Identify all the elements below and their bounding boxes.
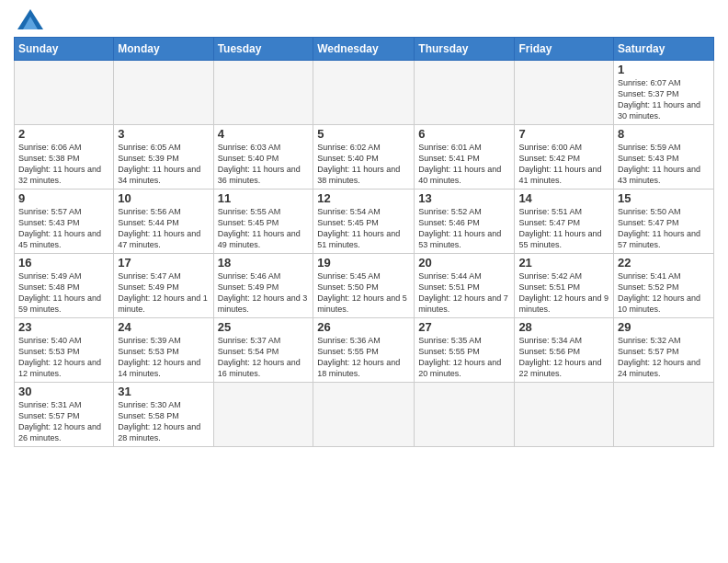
day-info: Sunrise: 6:05 AM Sunset: 5:39 PM Dayligh… [118, 142, 209, 187]
day-number: 28 [518, 320, 609, 334]
calendar-cell [313, 383, 415, 447]
day-info: Sunrise: 6:00 AM Sunset: 5:42 PM Dayligh… [518, 142, 609, 187]
day-number: 8 [618, 127, 710, 141]
calendar-week-5: 23Sunrise: 5:40 AM Sunset: 5:53 PM Dayli… [15, 318, 714, 383]
calendar-cell: 7Sunrise: 6:00 AM Sunset: 5:42 PM Daylig… [515, 125, 614, 190]
day-number: 13 [418, 191, 510, 205]
calendar-cell: 12Sunrise: 5:54 AM Sunset: 5:45 PM Dayli… [313, 190, 415, 254]
day-info: Sunrise: 6:02 AM Sunset: 5:40 PM Dayligh… [317, 142, 410, 187]
calendar-cell: 14Sunrise: 5:51 AM Sunset: 5:47 PM Dayli… [515, 190, 614, 254]
calendar-header-row: SundayMondayTuesdayWednesdayThursdayFrid… [15, 38, 714, 61]
day-info: Sunrise: 5:56 AM Sunset: 5:44 PM Dayligh… [118, 206, 209, 251]
day-number: 4 [218, 127, 310, 141]
calendar-cell: 28Sunrise: 5:34 AM Sunset: 5:56 PM Dayli… [515, 318, 614, 383]
calendar-cell [515, 61, 614, 125]
calendar-cell: 31Sunrise: 5:30 AM Sunset: 5:58 PM Dayli… [114, 383, 213, 447]
day-number: 26 [317, 320, 410, 334]
calendar-cell: 13Sunrise: 5:52 AM Sunset: 5:46 PM Dayli… [415, 190, 515, 254]
day-info: Sunrise: 5:52 AM Sunset: 5:46 PM Dayligh… [418, 206, 510, 251]
header [14, 9, 714, 29]
day-info: Sunrise: 5:55 AM Sunset: 5:45 PM Dayligh… [218, 206, 310, 251]
header-tuesday: Tuesday [213, 38, 313, 61]
day-info: Sunrise: 5:47 AM Sunset: 5:49 PM Dayligh… [118, 270, 209, 316]
calendar-cell [213, 383, 313, 447]
day-number: 1 [618, 63, 710, 76]
calendar-cell: 17Sunrise: 5:47 AM Sunset: 5:49 PM Dayli… [114, 254, 213, 318]
day-info: Sunrise: 6:07 AM Sunset: 5:37 PM Dayligh… [618, 77, 710, 122]
day-number: 12 [317, 191, 410, 205]
logo-icon [17, 9, 43, 29]
day-number: 31 [118, 385, 209, 398]
calendar-cell: 16Sunrise: 5:49 AM Sunset: 5:48 PM Dayli… [15, 254, 114, 318]
calendar-cell: 20Sunrise: 5:44 AM Sunset: 5:51 PM Dayli… [415, 254, 515, 318]
day-number: 15 [618, 191, 710, 205]
logo [14, 9, 43, 29]
header-wednesday: Wednesday [313, 38, 415, 61]
day-info: Sunrise: 5:41 AM Sunset: 5:52 PM Dayligh… [618, 270, 710, 316]
day-info: Sunrise: 5:46 AM Sunset: 5:49 PM Dayligh… [218, 270, 310, 316]
day-info: Sunrise: 5:32 AM Sunset: 5:57 PM Dayligh… [618, 335, 710, 380]
calendar-cell: 10Sunrise: 5:56 AM Sunset: 5:44 PM Dayli… [114, 190, 213, 254]
calendar-cell: 30Sunrise: 5:31 AM Sunset: 5:57 PM Dayli… [15, 383, 114, 447]
calendar-cell: 24Sunrise: 5:39 AM Sunset: 5:53 PM Dayli… [114, 318, 213, 383]
calendar-cell [114, 61, 213, 125]
day-info: Sunrise: 5:44 AM Sunset: 5:51 PM Dayligh… [418, 270, 510, 316]
day-number: 24 [118, 320, 209, 334]
day-info: Sunrise: 5:37 AM Sunset: 5:54 PM Dayligh… [218, 335, 310, 380]
day-number: 16 [18, 256, 109, 270]
calendar-cell [515, 383, 614, 447]
day-number: 5 [317, 127, 410, 141]
calendar-cell: 11Sunrise: 5:55 AM Sunset: 5:45 PM Dayli… [213, 190, 313, 254]
calendar-cell: 23Sunrise: 5:40 AM Sunset: 5:53 PM Dayli… [15, 318, 114, 383]
day-number: 27 [418, 320, 510, 334]
day-number: 2 [18, 127, 109, 141]
calendar-cell [415, 61, 515, 125]
calendar-cell: 21Sunrise: 5:42 AM Sunset: 5:51 PM Dayli… [515, 254, 614, 318]
day-number: 19 [317, 256, 410, 270]
calendar-cell [614, 383, 714, 447]
calendar-cell: 8Sunrise: 5:59 AM Sunset: 5:43 PM Daylig… [614, 125, 714, 190]
day-info: Sunrise: 6:01 AM Sunset: 5:41 PM Dayligh… [418, 142, 510, 187]
day-number: 18 [218, 256, 310, 270]
day-info: Sunrise: 5:35 AM Sunset: 5:55 PM Dayligh… [418, 335, 510, 380]
header-saturday: Saturday [614, 38, 714, 61]
header-friday: Friday [515, 38, 614, 61]
calendar-cell [415, 383, 515, 447]
calendar-cell: 27Sunrise: 5:35 AM Sunset: 5:55 PM Dayli… [415, 318, 515, 383]
calendar-cell [15, 61, 114, 125]
calendar-cell: 1Sunrise: 6:07 AM Sunset: 5:37 PM Daylig… [614, 61, 714, 125]
day-number: 30 [18, 385, 109, 398]
day-number: 11 [218, 191, 310, 205]
day-number: 3 [118, 127, 209, 141]
day-number: 29 [618, 320, 710, 334]
day-info: Sunrise: 5:30 AM Sunset: 5:58 PM Dayligh… [118, 399, 209, 444]
day-number: 14 [518, 191, 609, 205]
calendar-cell: 26Sunrise: 5:36 AM Sunset: 5:55 PM Dayli… [313, 318, 415, 383]
calendar-cell: 25Sunrise: 5:37 AM Sunset: 5:54 PM Dayli… [213, 318, 313, 383]
calendar-cell: 18Sunrise: 5:46 AM Sunset: 5:49 PM Dayli… [213, 254, 313, 318]
day-info: Sunrise: 5:40 AM Sunset: 5:53 PM Dayligh… [18, 335, 109, 380]
day-info: Sunrise: 5:49 AM Sunset: 5:48 PM Dayligh… [18, 270, 109, 316]
calendar-cell: 5Sunrise: 6:02 AM Sunset: 5:40 PM Daylig… [313, 125, 415, 190]
day-number: 25 [218, 320, 310, 334]
day-info: Sunrise: 5:39 AM Sunset: 5:53 PM Dayligh… [118, 335, 209, 380]
header-monday: Monday [114, 38, 213, 61]
day-number: 20 [418, 256, 510, 270]
calendar-cell [213, 61, 313, 125]
day-info: Sunrise: 5:31 AM Sunset: 5:57 PM Dayligh… [18, 399, 109, 444]
calendar-week-1: 1Sunrise: 6:07 AM Sunset: 5:37 PM Daylig… [15, 61, 714, 125]
calendar-cell: 3Sunrise: 6:05 AM Sunset: 5:39 PM Daylig… [114, 125, 213, 190]
day-number: 23 [18, 320, 109, 334]
calendar-cell [313, 61, 415, 125]
day-number: 6 [418, 127, 510, 141]
calendar-week-4: 16Sunrise: 5:49 AM Sunset: 5:48 PM Dayli… [15, 254, 714, 318]
day-info: Sunrise: 6:03 AM Sunset: 5:40 PM Dayligh… [218, 142, 310, 187]
day-info: Sunrise: 5:50 AM Sunset: 5:47 PM Dayligh… [618, 206, 710, 251]
day-info: Sunrise: 5:36 AM Sunset: 5:55 PM Dayligh… [317, 335, 410, 380]
calendar-cell: 9Sunrise: 5:57 AM Sunset: 5:43 PM Daylig… [15, 190, 114, 254]
calendar-cell: 15Sunrise: 5:50 AM Sunset: 5:47 PM Dayli… [614, 190, 714, 254]
calendar-table: SundayMondayTuesdayWednesdayThursdayFrid… [14, 37, 714, 447]
day-info: Sunrise: 5:54 AM Sunset: 5:45 PM Dayligh… [317, 206, 410, 251]
day-info: Sunrise: 6:06 AM Sunset: 5:38 PM Dayligh… [18, 142, 109, 187]
calendar-cell: 6Sunrise: 6:01 AM Sunset: 5:41 PM Daylig… [415, 125, 515, 190]
